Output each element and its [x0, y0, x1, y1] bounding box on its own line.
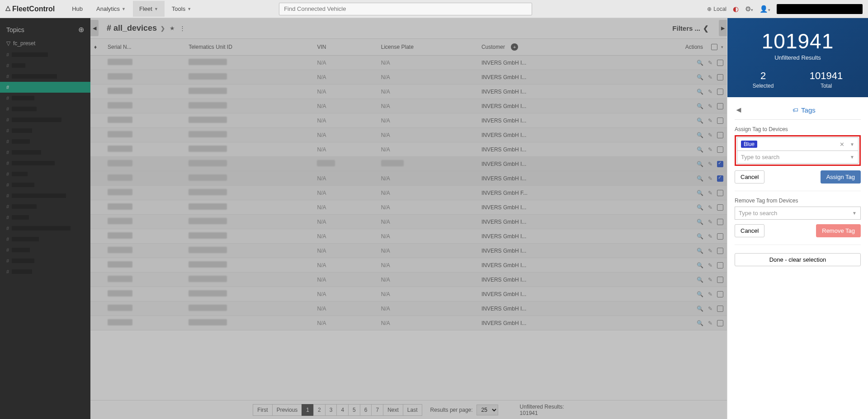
row-checkbox[interactable]	[717, 161, 723, 167]
row-checkbox[interactable]	[717, 277, 723, 283]
table-row[interactable]: N/AN/AINVERS GmbH I...🔍✎	[90, 200, 727, 215]
row-edit-icon[interactable]: ✎	[708, 103, 712, 109]
rpp-select[interactable]: 25	[476, 405, 498, 415]
row-edit-icon[interactable]: ✎	[708, 132, 712, 138]
table-row[interactable]: N/AN/AINVERS GmbH I...🔍✎	[90, 85, 727, 99]
page-last[interactable]: Last	[403, 404, 422, 416]
row-checkbox[interactable]	[717, 60, 723, 66]
row-edit-icon[interactable]: ✎	[708, 306, 712, 312]
row-search-icon[interactable]: 🔍	[697, 233, 703, 240]
row-edit-icon[interactable]: ✎	[708, 161, 712, 167]
table-row[interactable]: N/AN/AINVERS GmbH I...🔍✎	[90, 142, 727, 157]
row-search-icon[interactable]: 🔍	[697, 175, 703, 182]
row-search-icon[interactable]: 🔍	[697, 89, 703, 95]
row-search-icon[interactable]: 🔍	[697, 146, 703, 153]
row-search-icon[interactable]: 🔍	[697, 219, 703, 225]
select-all-checkbox[interactable]	[711, 44, 717, 50]
row-search-icon[interactable]: 🔍	[697, 132, 703, 138]
row-edit-icon[interactable]: ✎	[708, 175, 712, 182]
row-search-icon[interactable]: 🔍	[697, 204, 703, 211]
sidebar-item[interactable]: #	[0, 136, 90, 147]
assign-search-input[interactable]: Type to search ▼	[737, 151, 859, 164]
th-vin[interactable]: VIN	[313, 39, 377, 56]
page-prev[interactable]: Previous	[272, 404, 302, 416]
row-search-icon[interactable]: 🔍	[697, 60, 703, 66]
row-search-icon[interactable]: 🔍	[697, 262, 703, 268]
expand-panel-button[interactable]: ▶	[719, 20, 727, 36]
tag-chip-blue[interactable]: Blue	[741, 141, 757, 148]
page-1[interactable]: 1	[302, 404, 314, 416]
page-next[interactable]: Next	[383, 404, 403, 416]
row-edit-icon[interactable]: ✎	[708, 219, 712, 225]
row-checkbox[interactable]	[717, 146, 723, 153]
row-search-icon[interactable]: 🔍	[697, 190, 703, 196]
page-7[interactable]: 7	[371, 404, 383, 416]
page-5[interactable]: 5	[348, 404, 360, 416]
row-edit-icon[interactable]: ✎	[708, 233, 712, 240]
sidebar-item[interactable]: #	[0, 169, 90, 179]
sidebar-item[interactable]: #	[0, 71, 90, 82]
row-checkbox[interactable]	[717, 132, 723, 138]
assign-cancel-button[interactable]: Cancel	[735, 170, 764, 184]
sidebar-item[interactable]: #	[0, 147, 90, 158]
add-column-button[interactable]: +	[511, 43, 518, 51]
table-row[interactable]: N/AN/AINVERS GmbH I...🔍✎	[90, 301, 727, 316]
search-input[interactable]	[279, 3, 532, 15]
row-checkbox[interactable]	[717, 233, 723, 240]
sidebar-item[interactable]: #	[0, 60, 90, 71]
table-row[interactable]: N/AN/AINVERS GmbH I...🔍✎	[90, 229, 727, 244]
row-checkbox[interactable]	[717, 262, 723, 268]
row-edit-icon[interactable]: ✎	[708, 146, 712, 153]
row-edit-icon[interactable]: ✎	[708, 190, 712, 196]
table-row[interactable]: N/AN/AINVERS GmbH I...🔍✎	[90, 70, 727, 85]
table-row[interactable]: N/AN/AINVERS GmbH I...🔍✎	[90, 258, 727, 273]
sidebar-item[interactable]: #	[0, 190, 90, 201]
row-search-icon[interactable]: 🔍	[697, 291, 703, 297]
add-topic-icon[interactable]: ⊕	[78, 25, 84, 34]
star-icon[interactable]: ★	[170, 25, 175, 32]
th-plate[interactable]: License Plate	[377, 39, 478, 56]
table-row[interactable]: N/AN/AINVERS GmbH I...🔍✎	[90, 128, 727, 142]
table-row[interactable]: N/AN/AINVERS GmbH I...🔍✎	[90, 113, 727, 128]
sidebar-item[interactable]: #	[0, 49, 90, 60]
notification-icon[interactable]: ◐	[733, 5, 739, 13]
sidebar-item-active[interactable]: #	[0, 82, 90, 93]
table-row[interactable]: N/AN/AINVERS GmbH I...🔍✎	[90, 316, 727, 330]
sidebar-item-preset[interactable]: ▽fc_preset	[0, 38, 90, 49]
th-telematics[interactable]: Telematics Unit ID	[185, 39, 313, 56]
sidebar-item[interactable]: #	[0, 158, 90, 169]
sidebar-item[interactable]: #	[0, 114, 90, 125]
row-edit-icon[interactable]: ✎	[708, 248, 712, 254]
sidebar-item[interactable]: #	[0, 223, 90, 234]
table-row[interactable]: N/AN/AINVERS GmbH I...🔍✎	[90, 215, 727, 229]
more-icon[interactable]: ⋮	[179, 25, 185, 32]
sidebar-item[interactable]: #	[0, 201, 90, 212]
page-3[interactable]: 3	[325, 404, 337, 416]
row-edit-icon[interactable]: ✎	[708, 118, 712, 124]
row-checkbox[interactable]	[717, 103, 723, 109]
sidebar-item[interactable]: #	[0, 125, 90, 136]
th-sort[interactable]: ♦	[90, 39, 104, 56]
th-serial[interactable]: Serial N...	[104, 39, 185, 56]
remove-tag-button[interactable]: Remove Tag	[816, 224, 861, 237]
collapse-sidebar-button[interactable]: ◀	[90, 20, 99, 36]
row-edit-icon[interactable]: ✎	[708, 74, 712, 80]
gear-icon[interactable]: ⚙▾	[745, 5, 753, 13]
row-checkbox[interactable]	[717, 175, 723, 182]
sidebar-item[interactable]: #	[0, 179, 90, 190]
row-edit-icon[interactable]: ✎	[708, 89, 712, 95]
row-edit-icon[interactable]: ✎	[708, 262, 712, 268]
row-checkbox[interactable]	[717, 320, 723, 326]
table-row[interactable]: N/AN/AINVERS GmbH I...🔍✎	[90, 171, 727, 186]
remove-cancel-button[interactable]: Cancel	[735, 224, 764, 237]
row-edit-icon[interactable]: ✎	[708, 60, 712, 66]
row-search-icon[interactable]: 🔍	[697, 320, 703, 326]
row-checkbox[interactable]	[717, 89, 723, 95]
row-search-icon[interactable]: 🔍	[697, 248, 703, 254]
table-row[interactable]: N/AN/AINVERS GmbH F...🔍✎	[90, 186, 727, 200]
table-row[interactable]: N/AN/AINVERS GmbH I...🔍✎	[90, 287, 727, 301]
row-checkbox[interactable]	[717, 306, 723, 312]
table-row[interactable]: N/AN/AINVERS GmbH I...🔍✎	[90, 244, 727, 258]
assign-tag-button[interactable]: Assign Tag	[821, 170, 861, 184]
row-search-icon[interactable]: 🔍	[697, 161, 703, 167]
